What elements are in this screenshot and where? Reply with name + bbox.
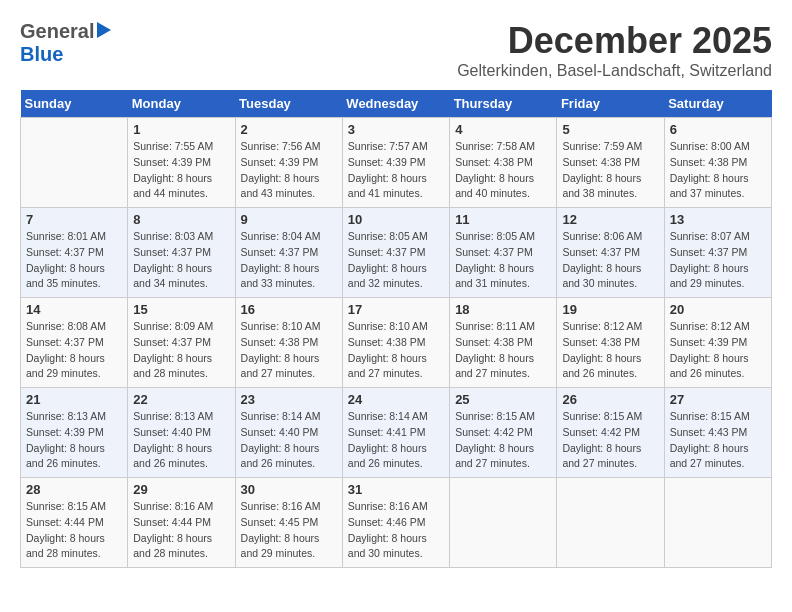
calendar-week-row: 7Sunrise: 8:01 AMSunset: 4:37 PMDaylight… [21, 208, 772, 298]
calendar-cell: 14Sunrise: 8:08 AMSunset: 4:37 PMDayligh… [21, 298, 128, 388]
calendar-cell: 8Sunrise: 8:03 AMSunset: 4:37 PMDaylight… [128, 208, 235, 298]
day-info: Sunrise: 8:01 AMSunset: 4:37 PMDaylight:… [26, 229, 122, 292]
day-info: Sunrise: 8:07 AMSunset: 4:37 PMDaylight:… [670, 229, 766, 292]
weekday-header: Saturday [664, 90, 771, 118]
logo: General Blue [20, 20, 111, 66]
day-number: 3 [348, 122, 444, 137]
calendar-cell: 18Sunrise: 8:11 AMSunset: 4:38 PMDayligh… [450, 298, 557, 388]
calendar-cell: 13Sunrise: 8:07 AMSunset: 4:37 PMDayligh… [664, 208, 771, 298]
day-number: 2 [241, 122, 337, 137]
day-number: 14 [26, 302, 122, 317]
weekday-header: Thursday [450, 90, 557, 118]
day-info: Sunrise: 8:03 AMSunset: 4:37 PMDaylight:… [133, 229, 229, 292]
day-number: 25 [455, 392, 551, 407]
calendar-cell: 21Sunrise: 8:13 AMSunset: 4:39 PMDayligh… [21, 388, 128, 478]
calendar-cell: 29Sunrise: 8:16 AMSunset: 4:44 PMDayligh… [128, 478, 235, 568]
calendar-cell: 4Sunrise: 7:58 AMSunset: 4:38 PMDaylight… [450, 118, 557, 208]
day-number: 29 [133, 482, 229, 497]
logo-chevron-icon [97, 22, 111, 38]
day-info: Sunrise: 7:58 AMSunset: 4:38 PMDaylight:… [455, 139, 551, 202]
logo-blue: Blue [20, 43, 63, 65]
day-info: Sunrise: 7:59 AMSunset: 4:38 PMDaylight:… [562, 139, 658, 202]
day-info: Sunrise: 8:11 AMSunset: 4:38 PMDaylight:… [455, 319, 551, 382]
calendar-cell: 17Sunrise: 8:10 AMSunset: 4:38 PMDayligh… [342, 298, 449, 388]
calendar-cell: 24Sunrise: 8:14 AMSunset: 4:41 PMDayligh… [342, 388, 449, 478]
calendar-cell: 26Sunrise: 8:15 AMSunset: 4:42 PMDayligh… [557, 388, 664, 478]
day-number: 17 [348, 302, 444, 317]
day-number: 12 [562, 212, 658, 227]
calendar-week-row: 21Sunrise: 8:13 AMSunset: 4:39 PMDayligh… [21, 388, 772, 478]
calendar-cell: 31Sunrise: 8:16 AMSunset: 4:46 PMDayligh… [342, 478, 449, 568]
calendar-cell: 25Sunrise: 8:15 AMSunset: 4:42 PMDayligh… [450, 388, 557, 478]
calendar-cell: 30Sunrise: 8:16 AMSunset: 4:45 PMDayligh… [235, 478, 342, 568]
calendar-week-row: 14Sunrise: 8:08 AMSunset: 4:37 PMDayligh… [21, 298, 772, 388]
day-info: Sunrise: 8:15 AMSunset: 4:43 PMDaylight:… [670, 409, 766, 472]
day-number: 1 [133, 122, 229, 137]
calendar-cell [450, 478, 557, 568]
day-info: Sunrise: 8:16 AMSunset: 4:44 PMDaylight:… [133, 499, 229, 562]
day-number: 23 [241, 392, 337, 407]
calendar-cell [21, 118, 128, 208]
day-info: Sunrise: 8:14 AMSunset: 4:40 PMDaylight:… [241, 409, 337, 472]
day-info: Sunrise: 8:15 AMSunset: 4:42 PMDaylight:… [562, 409, 658, 472]
calendar-cell: 11Sunrise: 8:05 AMSunset: 4:37 PMDayligh… [450, 208, 557, 298]
page-header: General Blue December 2025 Gelterkinden,… [20, 20, 772, 80]
weekday-header-row: SundayMondayTuesdayWednesdayThursdayFrid… [21, 90, 772, 118]
day-number: 15 [133, 302, 229, 317]
day-info: Sunrise: 8:05 AMSunset: 4:37 PMDaylight:… [455, 229, 551, 292]
calendar-cell: 19Sunrise: 8:12 AMSunset: 4:38 PMDayligh… [557, 298, 664, 388]
day-number: 7 [26, 212, 122, 227]
weekday-header: Wednesday [342, 90, 449, 118]
weekday-header: Monday [128, 90, 235, 118]
day-number: 27 [670, 392, 766, 407]
day-info: Sunrise: 8:15 AMSunset: 4:42 PMDaylight:… [455, 409, 551, 472]
day-info: Sunrise: 8:04 AMSunset: 4:37 PMDaylight:… [241, 229, 337, 292]
day-info: Sunrise: 8:00 AMSunset: 4:38 PMDaylight:… [670, 139, 766, 202]
day-info: Sunrise: 8:05 AMSunset: 4:37 PMDaylight:… [348, 229, 444, 292]
calendar-cell: 10Sunrise: 8:05 AMSunset: 4:37 PMDayligh… [342, 208, 449, 298]
day-number: 16 [241, 302, 337, 317]
day-number: 5 [562, 122, 658, 137]
calendar-cell: 22Sunrise: 8:13 AMSunset: 4:40 PMDayligh… [128, 388, 235, 478]
day-number: 13 [670, 212, 766, 227]
day-number: 18 [455, 302, 551, 317]
day-info: Sunrise: 7:57 AMSunset: 4:39 PMDaylight:… [348, 139, 444, 202]
day-number: 19 [562, 302, 658, 317]
day-number: 9 [241, 212, 337, 227]
day-info: Sunrise: 8:09 AMSunset: 4:37 PMDaylight:… [133, 319, 229, 382]
calendar-cell: 9Sunrise: 8:04 AMSunset: 4:37 PMDaylight… [235, 208, 342, 298]
day-number: 31 [348, 482, 444, 497]
calendar-cell: 12Sunrise: 8:06 AMSunset: 4:37 PMDayligh… [557, 208, 664, 298]
day-info: Sunrise: 8:13 AMSunset: 4:39 PMDaylight:… [26, 409, 122, 472]
day-info: Sunrise: 8:16 AMSunset: 4:45 PMDaylight:… [241, 499, 337, 562]
calendar-cell: 16Sunrise: 8:10 AMSunset: 4:38 PMDayligh… [235, 298, 342, 388]
day-number: 21 [26, 392, 122, 407]
weekday-header: Tuesday [235, 90, 342, 118]
day-info: Sunrise: 7:55 AMSunset: 4:39 PMDaylight:… [133, 139, 229, 202]
weekday-header: Sunday [21, 90, 128, 118]
calendar-cell: 2Sunrise: 7:56 AMSunset: 4:39 PMDaylight… [235, 118, 342, 208]
day-number: 4 [455, 122, 551, 137]
day-number: 8 [133, 212, 229, 227]
day-number: 28 [26, 482, 122, 497]
calendar-cell: 3Sunrise: 7:57 AMSunset: 4:39 PMDaylight… [342, 118, 449, 208]
day-number: 11 [455, 212, 551, 227]
day-info: Sunrise: 8:08 AMSunset: 4:37 PMDaylight:… [26, 319, 122, 382]
day-info: Sunrise: 8:14 AMSunset: 4:41 PMDaylight:… [348, 409, 444, 472]
day-number: 26 [562, 392, 658, 407]
day-info: Sunrise: 8:10 AMSunset: 4:38 PMDaylight:… [348, 319, 444, 382]
day-info: Sunrise: 8:10 AMSunset: 4:38 PMDaylight:… [241, 319, 337, 382]
day-number: 22 [133, 392, 229, 407]
day-number: 6 [670, 122, 766, 137]
calendar-cell: 20Sunrise: 8:12 AMSunset: 4:39 PMDayligh… [664, 298, 771, 388]
calendar-cell: 6Sunrise: 8:00 AMSunset: 4:38 PMDaylight… [664, 118, 771, 208]
logo-general: General [20, 20, 94, 43]
calendar-cell: 28Sunrise: 8:15 AMSunset: 4:44 PMDayligh… [21, 478, 128, 568]
day-number: 30 [241, 482, 337, 497]
month-title: December 2025 [457, 20, 772, 62]
weekday-header: Friday [557, 90, 664, 118]
day-number: 20 [670, 302, 766, 317]
day-info: Sunrise: 8:16 AMSunset: 4:46 PMDaylight:… [348, 499, 444, 562]
calendar-week-row: 28Sunrise: 8:15 AMSunset: 4:44 PMDayligh… [21, 478, 772, 568]
calendar-table: SundayMondayTuesdayWednesdayThursdayFrid… [20, 90, 772, 568]
